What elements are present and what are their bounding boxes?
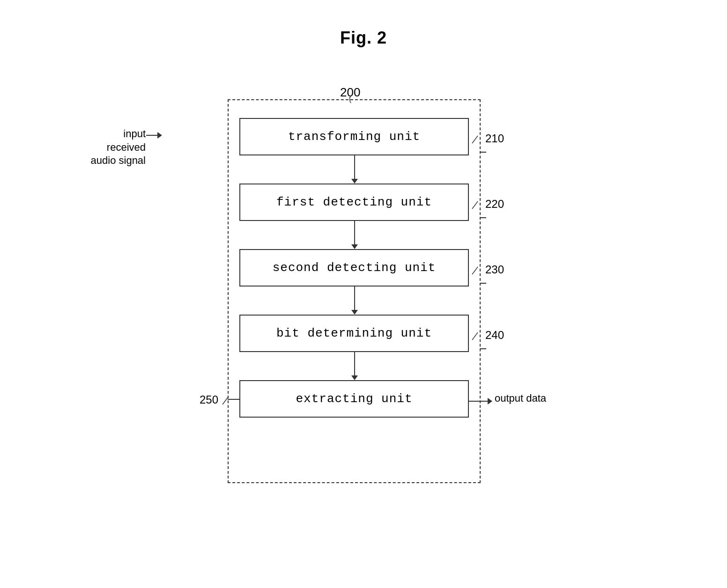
tick-icon-230 bbox=[471, 266, 485, 275]
tick-line-250 bbox=[228, 399, 239, 400]
extracting-unit-box: extracting unit bbox=[239, 380, 469, 418]
arrow-second-to-bit bbox=[352, 287, 357, 315]
page-container: Fig. 2 200 transforming unit first detec… bbox=[0, 0, 727, 588]
svg-line-1 bbox=[472, 201, 478, 209]
figure-title: Fig. 2 bbox=[340, 28, 387, 48]
svg-line-2 bbox=[472, 267, 478, 274]
ref-label-210: 210 bbox=[471, 132, 504, 145]
output-arrow bbox=[469, 398, 492, 404]
ref-label-240: 240 bbox=[471, 329, 504, 342]
tick-230 bbox=[480, 283, 486, 284]
ref-label-250: 250 bbox=[200, 393, 231, 406]
arrow-transforming-to-first bbox=[352, 155, 357, 184]
svg-line-0 bbox=[472, 136, 478, 143]
second-detecting-unit-box: second detecting unit bbox=[239, 249, 469, 287]
bit-determining-unit-label: bit determining unit bbox=[276, 326, 432, 340]
svg-line-4 bbox=[223, 397, 228, 404]
tick-icon-250 bbox=[222, 396, 231, 405]
tick-220 bbox=[480, 217, 486, 218]
diagram-area: 200 transforming unit first detecting un… bbox=[153, 85, 574, 507]
second-detecting-unit-label: second detecting unit bbox=[273, 261, 436, 275]
arrow-first-to-second bbox=[352, 221, 357, 249]
transforming-unit-label: transforming unit bbox=[288, 130, 420, 144]
input-arrow bbox=[146, 132, 162, 139]
bit-determining-unit-box: bit determining unit bbox=[239, 315, 469, 352]
first-detecting-unit-label: first detecting unit bbox=[276, 195, 432, 209]
tick-icon-210 bbox=[471, 135, 485, 144]
tick-icon-240 bbox=[471, 331, 485, 341]
ref-label-220: 220 bbox=[471, 198, 504, 211]
output-data-label: output data bbox=[495, 392, 546, 404]
first-detecting-unit-box: first detecting unit bbox=[239, 184, 469, 221]
svg-line-3 bbox=[472, 332, 478, 340]
tick-240 bbox=[480, 348, 486, 349]
transforming-unit-box: transforming unit bbox=[239, 118, 469, 155]
ref-label-230: 230 bbox=[471, 263, 504, 276]
tick-icon-220 bbox=[471, 200, 485, 210]
arrow-bit-to-extracting bbox=[352, 352, 357, 380]
tick-210 bbox=[480, 152, 486, 153]
extracting-unit-label: extracting unit bbox=[296, 392, 412, 406]
input-signal-label: input receivedaudio signal bbox=[85, 127, 146, 168]
